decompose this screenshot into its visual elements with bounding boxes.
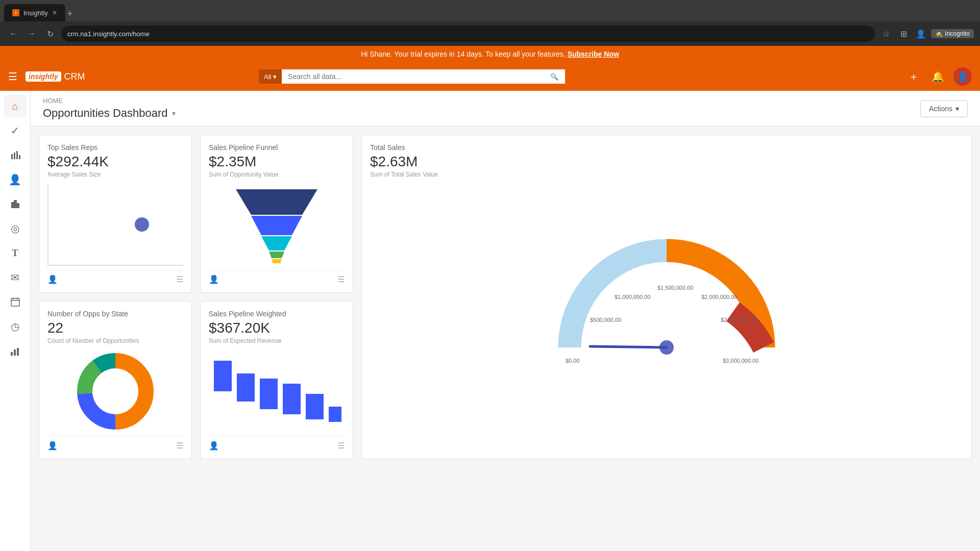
trial-banner: Hi Shane. Your trial expires in 14 days.… bbox=[0, 46, 980, 62]
close-tab-button[interactable]: ✕ bbox=[52, 9, 57, 16]
app-header: ☰ insightly CRM All ▾ 🔍 ＋ 🔔 👤 bbox=[0, 62, 980, 91]
forward-button[interactable]: → bbox=[24, 27, 39, 41]
extension-button[interactable]: ⊞ bbox=[896, 27, 911, 41]
top-sales-list-icon[interactable]: ☰ bbox=[176, 274, 183, 284]
address-bar[interactable]: crm.na1.insightly.com/home bbox=[61, 26, 875, 42]
svg-rect-2 bbox=[16, 151, 18, 159]
top-sales-footer: 👤 ☰ bbox=[47, 270, 183, 284]
svg-marker-16 bbox=[261, 236, 292, 251]
svg-text:$1,500,000.00: $1,500,000.00 bbox=[657, 285, 693, 291]
top-sales-subtitle: Average Sales Size bbox=[47, 171, 183, 178]
incognito-icon: 🕵 bbox=[935, 30, 943, 37]
page-title-dropdown[interactable]: ▾ bbox=[172, 109, 176, 117]
total-sales-widget: Total Sales $2.63M Sum of Total Sales Va… bbox=[361, 135, 972, 459]
breadcrumb: HOME bbox=[43, 97, 176, 105]
header-actions: ＋ 🔔 👤 bbox=[904, 67, 972, 86]
top-sales-person-icon[interactable]: 👤 bbox=[47, 274, 58, 284]
top-sales-value: $292.44K bbox=[47, 154, 183, 170]
svg-rect-36 bbox=[260, 379, 278, 409]
svg-line-20 bbox=[590, 346, 667, 347]
search-button[interactable]: 🔍 bbox=[544, 69, 565, 84]
pipeline-funnel-subtitle: Sum of Opportunity Value bbox=[209, 171, 345, 178]
actions-arrow: ▾ bbox=[955, 105, 959, 113]
pipeline-weighted-list-icon[interactable]: ☰ bbox=[337, 441, 345, 450]
browser-controls: ← → ↻ crm.na1.insightly.com/home ☆ ⊞ 👤 🕵… bbox=[0, 21, 980, 46]
refresh-button[interactable]: ↻ bbox=[43, 27, 57, 41]
funnel-chart bbox=[209, 184, 345, 266]
subscribe-link[interactable]: Subscribe Now bbox=[568, 50, 619, 58]
profile-button[interactable]: 👤 bbox=[914, 27, 928, 41]
waterfall-svg bbox=[209, 350, 341, 432]
incognito-button[interactable]: 🕵 Incognito bbox=[931, 29, 974, 38]
page-title: Opportunities Dashboard ▾ bbox=[43, 107, 176, 120]
active-tab[interactable]: i Insightly ✕ bbox=[4, 4, 65, 21]
pipeline-funnel-value: $2.35M bbox=[209, 154, 345, 170]
svg-rect-13 bbox=[17, 348, 19, 356]
svg-marker-17 bbox=[269, 252, 284, 258]
opps-state-person-icon[interactable]: 👤 bbox=[47, 441, 58, 450]
incognito-label: Incognito bbox=[945, 30, 970, 37]
svg-text:$0.00: $0.00 bbox=[566, 358, 580, 364]
hamburger-menu[interactable]: ☰ bbox=[8, 70, 17, 83]
user-avatar[interactable]: 👤 bbox=[953, 67, 972, 86]
notifications-button[interactable]: 🔔 bbox=[929, 67, 947, 86]
sidebar-item-email[interactable]: ✉ bbox=[4, 266, 27, 289]
scatter-dot bbox=[135, 217, 149, 232]
actions-button[interactable]: Actions ▾ bbox=[920, 100, 968, 117]
svg-marker-14 bbox=[236, 189, 317, 215]
svg-rect-6 bbox=[16, 203, 19, 208]
pipeline-funnel-person-icon[interactable]: 👤 bbox=[209, 274, 219, 284]
sidebar-item-tools[interactable]: T bbox=[4, 242, 27, 264]
logo-text: insightly bbox=[26, 71, 61, 82]
sidebar-item-contacts[interactable]: 👤 bbox=[4, 168, 27, 191]
logo: insightly CRM bbox=[26, 71, 85, 82]
bookmark-button[interactable]: ☆ bbox=[879, 27, 893, 41]
sidebar-item-calendar[interactable] bbox=[4, 291, 27, 313]
sidebar-item-history[interactable]: ◷ bbox=[4, 315, 27, 338]
opps-state-footer: 👤 ☰ bbox=[47, 436, 183, 450]
svg-rect-39 bbox=[329, 407, 341, 422]
browser-chrome: i Insightly ✕ + ← → ↻ crm.na1.insightly.… bbox=[0, 0, 980, 46]
sidebar-item-reports[interactable] bbox=[4, 144, 27, 166]
svg-rect-34 bbox=[214, 361, 232, 391]
opps-state-subtitle: Count of Number of Opportunities bbox=[47, 337, 183, 344]
gauge-svg: $0.00 $500,000.00 $1,000,000.00 $1,500,0… bbox=[539, 189, 794, 383]
svg-point-33 bbox=[93, 369, 138, 414]
top-sales-chart bbox=[47, 184, 183, 266]
sidebar-item-home[interactable]: ⌂ bbox=[4, 95, 27, 117]
svg-rect-38 bbox=[306, 394, 324, 419]
sidebar-item-targets[interactable]: ◎ bbox=[4, 217, 27, 240]
search-input[interactable] bbox=[282, 69, 544, 84]
pipeline-funnel-list-icon[interactable]: ☰ bbox=[337, 274, 345, 284]
tab-bar: i Insightly ✕ + bbox=[0, 0, 980, 21]
search-scope-button[interactable]: All ▾ bbox=[259, 69, 282, 84]
svg-rect-1 bbox=[14, 153, 15, 159]
svg-rect-37 bbox=[283, 384, 301, 414]
svg-text:$500,000.00: $500,000.00 bbox=[590, 317, 621, 323]
back-button[interactable]: ← bbox=[6, 27, 20, 41]
pipeline-weighted-footer: 👤 ☰ bbox=[209, 436, 345, 450]
pipeline-weighted-widget: Sales Pipeline Weighted $367.20K Sum of … bbox=[200, 301, 353, 459]
pipeline-weighted-person-icon[interactable]: 👤 bbox=[209, 441, 219, 450]
pipeline-funnel-title: Sales Pipeline Funnel bbox=[209, 143, 345, 152]
favicon: i bbox=[12, 9, 19, 16]
crm-label: CRM bbox=[64, 71, 85, 82]
browser-actions: ☆ ⊞ 👤 🕵 Incognito bbox=[879, 27, 974, 41]
sidebar-item-organizations[interactable] bbox=[4, 193, 27, 215]
sidebar-item-tasks[interactable]: ✓ bbox=[4, 119, 27, 142]
search-container: All ▾ 🔍 bbox=[259, 69, 565, 84]
svg-marker-15 bbox=[251, 216, 302, 235]
sidebar-item-charts[interactable] bbox=[4, 340, 27, 362]
pipeline-weighted-subtitle: Sum of Expected Revenue bbox=[209, 337, 345, 344]
new-tab-button[interactable]: + bbox=[67, 9, 73, 19]
svg-rect-11 bbox=[11, 352, 13, 356]
total-sales-subtitle: Sum of Total Sales Value bbox=[370, 171, 963, 178]
pipeline-weighted-value: $367.20K bbox=[209, 320, 345, 336]
add-button[interactable]: ＋ bbox=[904, 67, 923, 86]
opps-state-list-icon[interactable]: ☰ bbox=[176, 441, 183, 450]
svg-text:$1,000,000.00: $1,000,000.00 bbox=[615, 294, 650, 300]
donut-chart-container bbox=[47, 350, 183, 432]
content-area: HOME Opportunities Dashboard ▾ Actions ▾… bbox=[31, 91, 980, 551]
opps-state-title: Number of Opps by State bbox=[47, 310, 183, 318]
top-sales-title: Top Sales Reps bbox=[47, 143, 183, 152]
